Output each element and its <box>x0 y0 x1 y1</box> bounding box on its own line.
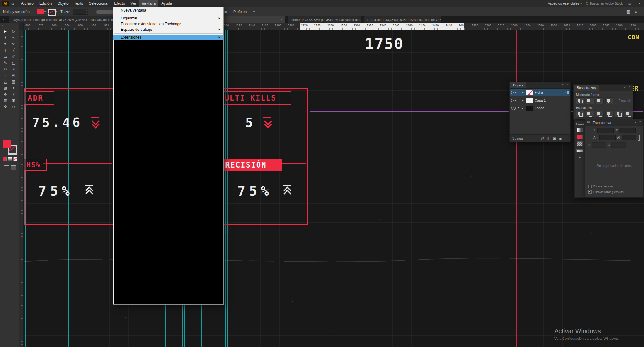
eraser-tool[interactable]: ◺ <box>9 60 18 66</box>
tab-transformar[interactable]: Transformar <box>590 119 615 126</box>
rectangle-tool[interactable]: ▭ <box>1 53 9 60</box>
visibility-eye-icon[interactable] <box>511 107 516 110</box>
pathfinder-crop[interactable] <box>605 111 613 118</box>
panel-menu-icon[interactable]: ≡ <box>566 83 568 86</box>
stroke-weight-field[interactable]: ▴▾ <box>73 9 88 15</box>
menubar-item-edicion[interactable]: Edición <box>36 0 54 7</box>
menubar-item-objeto[interactable]: Objeto <box>54 0 71 7</box>
chevron-down-icon[interactable]: ▾ <box>253 10 255 13</box>
preset-dropdown[interactable]: Preferen <box>233 10 247 14</box>
menubar-item-seleccionar[interactable]: Seleccionar <box>86 0 111 7</box>
gradient-dock-label[interactable]: Degrad <box>575 123 585 125</box>
none-button[interactable] <box>13 157 17 161</box>
column-graph-tool[interactable]: ▥ <box>1 97 9 104</box>
visibility-eye-icon[interactable] <box>511 91 516 94</box>
close-tab-icon[interactable]: × <box>281 18 283 21</box>
panel-menu-icon[interactable]: ≡ <box>635 9 637 14</box>
x-field[interactable] <box>597 128 614 133</box>
eyedropper-tool[interactable]: ✦ <box>9 85 18 91</box>
lasso-tool[interactable]: ∿ <box>9 35 18 41</box>
scale-strokes-checkbox[interactable] <box>588 190 592 194</box>
line-segment-tool[interactable]: ╱ <box>9 47 18 53</box>
lock-icon[interactable] <box>517 106 521 110</box>
layer-row-fondo[interactable]: ▸Fondo○ <box>510 104 570 112</box>
y-field[interactable] <box>619 128 636 133</box>
arrange-documents-icon[interactable]: ▦ <box>626 9 630 14</box>
menubar-item-ver[interactable]: Ver <box>128 0 139 7</box>
gradient-ramp[interactable] <box>576 149 583 152</box>
horizontal-ruler[interactable]: 8008208408608809009209409609801000102010… <box>19 23 644 30</box>
disclosure-triangle-icon[interactable]: ▸ <box>522 91 525 94</box>
locate-object-icon[interactable]: ◎ <box>541 136 544 140</box>
symbol-sprayer-tool[interactable]: ✳ <box>9 91 18 97</box>
workspace-switcher[interactable]: Aspectos esenciales <box>548 0 579 7</box>
transparency-swatch[interactable] <box>577 141 583 146</box>
disclosure-triangle-icon[interactable]: ▸ <box>522 107 525 110</box>
target-circle-icon[interactable]: ○ <box>567 107 569 110</box>
expand-button[interactable]: Expandir <box>615 98 634 104</box>
shape-mode-intersect[interactable] <box>596 97 604 104</box>
color-button[interactable] <box>3 157 7 161</box>
new-layer-icon[interactable]: ▣ <box>559 136 562 140</box>
disclosure-triangle-icon[interactable]: ▸ <box>522 99 525 102</box>
menubar-item-ayuda[interactable]: Ayuda <box>158 0 175 7</box>
gradient-button[interactable] <box>8 157 12 161</box>
shape-mode-unite[interactable] <box>576 97 584 104</box>
arrange-icon[interactable]: ▦ <box>142 0 145 7</box>
menubar-item-texto[interactable]: Texto <box>71 0 86 7</box>
height-field[interactable] <box>622 135 636 140</box>
menu-item-nueva-ventana[interactable]: Nueva ventana <box>113 8 223 13</box>
panel-menu-icon[interactable]: ≡ <box>629 85 630 89</box>
curvature-tool[interactable]: ✑ <box>9 41 18 47</box>
make-clip-mask-icon[interactable]: ◫ <box>547 136 550 140</box>
minimize-button[interactable]: — <box>615 0 624 7</box>
fill-color-indicator[interactable] <box>3 140 11 148</box>
eyedrop-dock-icon[interactable]: ✦ <box>575 156 585 160</box>
menu-item-organizar[interactable]: Organizar▶ <box>113 15 223 21</box>
document-tab[interactable]: Trama.ai* al 33,33% (RGB/Previsualizació… <box>364 16 441 23</box>
rotate-field[interactable] <box>592 142 606 148</box>
visibility-eye-icon[interactable] <box>511 99 516 102</box>
edit-toolbar-icon[interactable]: ⋯ <box>7 173 11 177</box>
magic-wand-tool[interactable]: ✶ <box>1 35 9 41</box>
close-button[interactable]: × <box>635 0 644 7</box>
collapse-panel-icon[interactable]: « <box>562 83 564 86</box>
pathfinder-trim[interactable] <box>586 111 594 118</box>
pencil-tool[interactable]: ✎ <box>1 60 9 66</box>
tab-buscatrazos[interactable]: Buscatrazos <box>574 85 599 91</box>
scale-tool[interactable]: ⇲ <box>9 66 18 72</box>
reference-point-locator[interactable] <box>588 128 592 133</box>
pen-tool[interactable]: ✒ <box>1 41 9 47</box>
direct-selection-tool[interactable]: ▷ <box>9 28 18 35</box>
menubar-item-archivo[interactable]: Archivo <box>18 0 36 7</box>
vertical-ruler[interactable] <box>19 30 24 347</box>
delete-layer-icon[interactable] <box>565 137 568 140</box>
zoom-tool[interactable]: ⊙ <box>9 104 18 110</box>
shape-mode-minus-front[interactable] <box>586 97 594 104</box>
width-tool[interactable]: ≍ <box>1 72 9 79</box>
color-swatch[interactable] <box>577 135 583 139</box>
constrain-proportions-icon[interactable] <box>638 135 640 141</box>
perspective-grid-tool[interactable]: △ <box>1 79 9 85</box>
menubar-item-efecto[interactable]: Efecto <box>111 0 128 7</box>
maximize-button[interactable]: □ <box>625 0 634 7</box>
chevron-down-icon[interactable]: ▾ <box>147 0 149 7</box>
blend-tool[interactable]: ❖ <box>1 91 9 97</box>
chevron-down-icon[interactable]: ▾ <box>580 0 582 7</box>
layer-row-capa-1[interactable]: ▸Capa 1○ <box>510 96 570 104</box>
free-transform-tool[interactable]: ◰ <box>9 72 18 79</box>
paintbrush-tool[interactable]: ✐ <box>9 53 18 60</box>
shape-mode-exclude[interactable] <box>605 97 613 104</box>
close-tab-icon[interactable]: × <box>437 18 439 21</box>
collapse-tools-icon[interactable]: « <box>2 24 3 27</box>
pathfinder-divide[interactable] <box>576 111 584 118</box>
selection-tool[interactable]: ► <box>1 28 9 35</box>
collapse-panel-icon[interactable]: « <box>624 85 626 89</box>
width-field[interactable] <box>599 135 616 140</box>
stroke-color-swatch[interactable] <box>48 9 56 16</box>
document-tab[interactable]: Home.ai* al 33,33% (RGB/Previsualización… <box>288 16 361 23</box>
scale-corners-checkbox[interactable] <box>588 185 592 188</box>
hand-tool[interactable]: ✥ <box>1 104 9 110</box>
stepper-arrows-icon[interactable]: ▴▾ <box>86 10 87 14</box>
rotate-tool[interactable]: ↻ <box>1 66 9 72</box>
